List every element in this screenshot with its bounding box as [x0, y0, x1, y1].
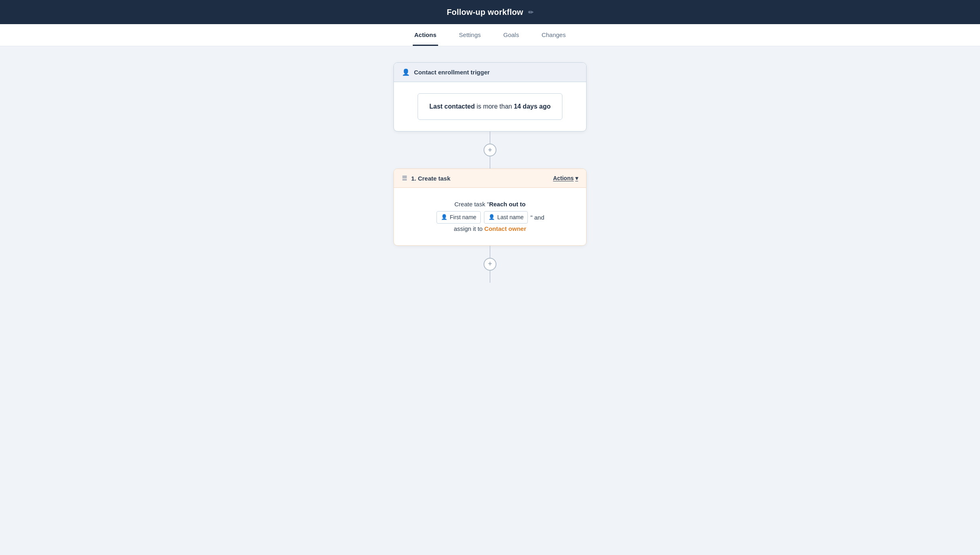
action-card-header: ☰ 1. Create task Actions ▾: [394, 169, 586, 188]
action-card-actions-button[interactable]: Actions ▾: [553, 175, 578, 181]
condition-bold-part1: Last contacted: [429, 103, 475, 110]
connector-bottom: +: [484, 246, 496, 283]
connector-line-4: [490, 271, 490, 283]
tab-actions[interactable]: Actions: [413, 24, 438, 46]
first-name-token[interactable]: 👤 First name: [436, 211, 481, 224]
first-name-person-icon: 👤: [441, 213, 447, 222]
top-bar: Follow-up workflow ✏: [0, 0, 980, 24]
contact-owner-link[interactable]: Contact owner: [484, 225, 526, 232]
action-card-title: 1. Create task: [411, 175, 451, 182]
trigger-card: 👤 Contact enrollment trigger Last contac…: [393, 62, 587, 132]
task-reach-out-text: Reach out to: [489, 201, 526, 208]
trigger-card-header: 👤 Contact enrollment trigger: [394, 63, 586, 82]
task-description-line1: Create task "Reach out to: [404, 199, 576, 210]
trigger-card-title: Contact enrollment trigger: [414, 69, 490, 76]
trigger-condition-box[interactable]: Last contacted is more than 14 days ago: [418, 93, 562, 120]
tab-settings[interactable]: Settings: [457, 24, 482, 46]
task-token-row: 👤 First name 👤 Last name " and: [404, 211, 576, 224]
edit-title-icon[interactable]: ✏: [528, 8, 533, 16]
task-icon: ☰: [402, 175, 407, 182]
create-task-text: Create task ": [454, 201, 489, 208]
action-card: ☰ 1. Create task Actions ▾ Create task "…: [393, 169, 587, 246]
action-card-header-left: ☰ 1. Create task: [402, 175, 451, 182]
workflow-canvas: 👤 Contact enrollment trigger Last contac…: [0, 46, 980, 555]
actions-chevron-icon: ▾: [575, 175, 578, 181]
last-name-person-icon: 👤: [488, 213, 495, 222]
first-name-label: First name: [450, 213, 476, 222]
last-name-label: Last name: [497, 213, 523, 222]
action-card-body: Create task "Reach out to 👤 First name 👤…: [394, 188, 586, 245]
tab-changes[interactable]: Changes: [540, 24, 567, 46]
condition-text-part2: is more than: [475, 103, 514, 110]
trigger-card-body: Last contacted is more than 14 days ago: [394, 82, 586, 131]
connector-line-2: [490, 156, 490, 169]
connector-line-3: [490, 246, 490, 258]
task-assign-line: assign it to Contact owner: [404, 224, 576, 234]
connector-top: +: [484, 132, 496, 169]
add-step-button-2[interactable]: +: [484, 258, 496, 271]
last-name-token[interactable]: 👤 Last name: [484, 211, 528, 224]
tab-goals[interactable]: Goals: [502, 24, 521, 46]
trigger-person-icon: 👤: [402, 68, 410, 76]
and-text: " and: [530, 212, 544, 223]
workflow-title: Follow-up workflow: [447, 8, 523, 17]
tab-nav: Actions Settings Goals Changes: [0, 24, 980, 46]
actions-label: Actions: [553, 175, 574, 181]
condition-bold-days: 14 days ago: [514, 103, 551, 110]
connector-line-1: [490, 132, 490, 144]
assign-text: assign it to: [454, 225, 483, 232]
add-step-button-1[interactable]: +: [484, 144, 496, 156]
